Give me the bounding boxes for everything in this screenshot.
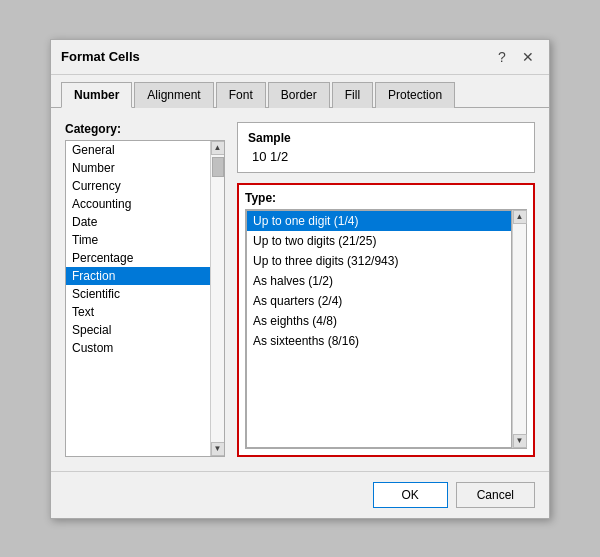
type-item-quarters[interactable]: As quarters (2/4) <box>247 291 511 311</box>
type-item-two-digits[interactable]: Up to two digits (21/25) <box>247 231 511 251</box>
type-list-wrapper: Up to one digit (1/4) Up to two digits (… <box>245 209 527 449</box>
category-item-text[interactable]: Text <box>66 303 210 321</box>
dialog-title: Format Cells <box>61 49 140 64</box>
scroll-up-arrow[interactable]: ▲ <box>211 141 225 155</box>
tab-font[interactable]: Font <box>216 82 266 108</box>
type-scrollbar: ▲ ▼ <box>512 210 526 448</box>
tab-number[interactable]: Number <box>61 82 132 108</box>
right-panel: Sample 10 1/2 Type: Up to one digit (1/4… <box>237 122 535 457</box>
tab-alignment[interactable]: Alignment <box>134 82 213 108</box>
category-item-percentage[interactable]: Percentage <box>66 249 210 267</box>
sample-value: 10 1/2 <box>248 149 524 164</box>
sample-box: Sample 10 1/2 <box>237 122 535 173</box>
title-bar-left: Format Cells <box>61 49 140 64</box>
category-item-currency[interactable]: Currency <box>66 177 210 195</box>
type-item-eighths[interactable]: As eighths (4/8) <box>247 311 511 331</box>
type-label: Type: <box>245 191 527 205</box>
type-scroll-up-arrow[interactable]: ▲ <box>513 210 527 224</box>
sample-label: Sample <box>248 131 524 145</box>
type-scroll-down-arrow[interactable]: ▼ <box>513 434 527 448</box>
ok-button[interactable]: OK <box>373 482 448 508</box>
title-bar: Format Cells ? ✕ <box>51 40 549 75</box>
type-item-one-digit[interactable]: Up to one digit (1/4) <box>247 211 511 231</box>
format-cells-dialog: Format Cells ? ✕ Number Alignment Font B… <box>50 39 550 519</box>
category-item-date[interactable]: Date <box>66 213 210 231</box>
category-item-time[interactable]: Time <box>66 231 210 249</box>
category-list: General Number Currency Accounting Date … <box>66 141 224 456</box>
cancel-button[interactable]: Cancel <box>456 482 535 508</box>
category-item-scientific[interactable]: Scientific <box>66 285 210 303</box>
scroll-track <box>211 155 224 442</box>
category-item-special[interactable]: Special <box>66 321 210 339</box>
bottom-bar: OK Cancel <box>51 471 549 518</box>
tab-protection[interactable]: Protection <box>375 82 455 108</box>
type-item-three-digits[interactable]: Up to three digits (312/943) <box>247 251 511 271</box>
type-item-halves[interactable]: As halves (1/2) <box>247 271 511 291</box>
category-label: Category: <box>65 122 225 136</box>
category-item-number[interactable]: Number <box>66 159 210 177</box>
tab-bar: Number Alignment Font Border Fill Protec… <box>51 75 549 108</box>
type-list: Up to one digit (1/4) Up to two digits (… <box>246 210 512 448</box>
scroll-thumb[interactable] <box>212 157 224 177</box>
category-list-wrapper: General Number Currency Accounting Date … <box>65 140 225 457</box>
category-item-custom[interactable]: Custom <box>66 339 210 357</box>
category-item-accounting[interactable]: Accounting <box>66 195 210 213</box>
category-item-fraction[interactable]: Fraction <box>66 267 210 285</box>
close-button[interactable]: ✕ <box>517 46 539 68</box>
type-section: Type: Up to one digit (1/4) Up to two di… <box>237 183 535 457</box>
title-actions: ? ✕ <box>491 46 539 68</box>
tab-border[interactable]: Border <box>268 82 330 108</box>
tab-fill[interactable]: Fill <box>332 82 373 108</box>
type-scroll-track <box>513 224 526 434</box>
help-button[interactable]: ? <box>491 46 513 68</box>
type-item-sixteenths[interactable]: As sixteenths (8/16) <box>247 331 511 351</box>
category-item-general[interactable]: General <box>66 141 210 159</box>
dialog-content: Category: General Number Currency Accoun… <box>51 108 549 471</box>
scroll-down-arrow[interactable]: ▼ <box>211 442 225 456</box>
category-scrollbar: ▲ ▼ <box>210 141 224 456</box>
category-section: Category: General Number Currency Accoun… <box>65 122 225 457</box>
